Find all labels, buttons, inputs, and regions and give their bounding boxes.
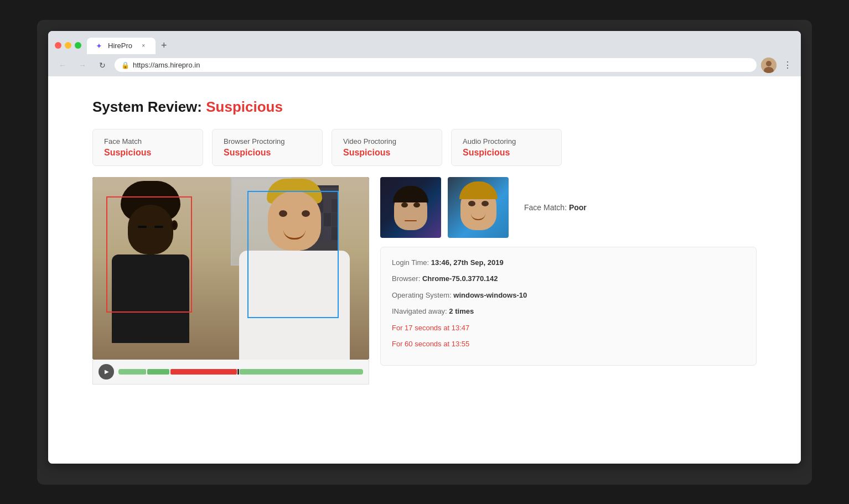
video-controls: ▶: [92, 360, 369, 385]
timeline-segment-green3: [240, 369, 363, 375]
audio-proctoring-card-label: Audio Proctoring: [463, 137, 550, 146]
os-row: Operating System: windows-windows-10: [392, 290, 745, 301]
status-cards-row: Face Match Suspicious Browser Proctoring…: [92, 129, 757, 166]
tab-title: HirePro: [108, 41, 132, 50]
minimize-window-dot[interactable]: [65, 42, 71, 49]
traffic-lights: [55, 42, 81, 49]
audio-proctoring-card-value: Suspicious: [463, 148, 550, 158]
login-time-value: 13:46, 27th Sep, 2019: [431, 258, 504, 267]
new-tab-button[interactable]: +: [156, 37, 173, 54]
alert-row-1: For 17 seconds at 13:47: [392, 323, 745, 334]
face-match-value: Poor: [569, 203, 587, 212]
browser-window: ✦ HirePro × + ← → ↻ 🔒 https://ams.hirepr…: [48, 31, 801, 464]
face-thumbnails: Face Match: Poor: [380, 177, 757, 238]
face-match-info: Face Match: Poor: [519, 203, 587, 212]
os-label: Operating System:: [392, 291, 453, 299]
tab-favicon-icon: ✦: [95, 41, 103, 50]
info-panel: Face Match: Poor Login Time: 13:46, 27th…: [380, 177, 757, 385]
monitor-frame: ✦ HirePro × + ← → ↻ 🔒 https://ams.hirepr…: [37, 20, 812, 485]
play-button[interactable]: ▶: [99, 364, 114, 380]
tab-bar: ✦ HirePro × +: [87, 37, 794, 54]
face-match-card-value: Suspicious: [104, 148, 191, 158]
video-timeline[interactable]: [118, 369, 363, 375]
page-content: System Review: Suspicious Face Match Sus…: [48, 76, 801, 464]
profile-button[interactable]: [761, 58, 776, 73]
login-time-label: Login Time:: [392, 258, 431, 267]
face-detection-box-red: [106, 196, 192, 313]
chrome-toolbar: ← → ↻ 🔒 https://ams.hirepro.in ⋮: [48, 54, 801, 76]
os-value: windows-windows-10: [453, 291, 527, 299]
browser-proctoring-card-value: Suspicious: [224, 148, 311, 158]
face-match-card-label: Face Match: [104, 137, 191, 146]
lock-icon: 🔒: [121, 61, 130, 69]
face-detection-box-blue: [247, 191, 339, 318]
chrome-titlebar: ✦ HirePro × +: [48, 31, 801, 54]
video-section: ▶: [92, 177, 369, 385]
browser-proctoring-card-label: Browser Proctoring: [224, 137, 311, 146]
face-thumbnail-1: [380, 177, 441, 238]
tab-close-button[interactable]: ×: [139, 41, 148, 50]
maximize-window-dot[interactable]: [75, 42, 81, 49]
reload-button[interactable]: ↻: [95, 58, 110, 73]
face-match-label: Face Match: Poor: [524, 203, 587, 212]
alert-row-2: For 60 seconds at 13:55: [392, 339, 745, 350]
page-title-status: Suspicious: [206, 98, 283, 115]
login-time-row: Login Time: 13:46, 27th Sep, 2019: [392, 257, 745, 268]
page-title-prefix: System Review:: [92, 98, 206, 115]
timeline-segment-red: [170, 369, 237, 375]
video-player: [92, 177, 369, 360]
audio-proctoring-card: Audio Proctoring Suspicious: [451, 129, 562, 166]
browser-row: Browser: Chrome-75.0.3770.142: [392, 273, 745, 284]
timeline-segment-green2: [147, 369, 169, 375]
browser-value: Chrome-75.0.3770.142: [422, 274, 498, 283]
navigated-value: 2 times: [449, 307, 474, 315]
face-thumbnail-2: [448, 177, 509, 238]
timeline-marker: [237, 369, 239, 375]
browser-proctoring-card: Browser Proctoring Suspicious: [212, 129, 323, 166]
url-text: https://ams.hirepro.in: [133, 61, 750, 69]
forward-button[interactable]: →: [75, 58, 90, 73]
page-title: System Review: Suspicious: [92, 98, 757, 116]
video-proctoring-card: Video Proctoring Suspicious: [332, 129, 442, 166]
timeline-segment-green1: [118, 369, 146, 375]
video-proctoring-card-label: Video Proctoring: [343, 137, 431, 146]
face-match-card: Face Match Suspicious: [92, 129, 203, 166]
navigated-row: INavigated away: 2 times: [392, 306, 745, 317]
svg-point-1: [766, 61, 772, 66]
close-window-dot[interactable]: [55, 42, 61, 49]
back-button[interactable]: ←: [55, 58, 70, 73]
address-bar[interactable]: 🔒 https://ams.hirepro.in: [115, 58, 757, 72]
session-info-box: Login Time: 13:46, 27th Sep, 2019 Browse…: [380, 247, 757, 366]
video-proctoring-card-value: Suspicious: [343, 148, 431, 158]
more-options-button[interactable]: ⋮: [781, 58, 794, 72]
main-content: ▶: [92, 177, 757, 385]
navigated-label: INavigated away:: [392, 307, 449, 315]
active-tab[interactable]: ✦ HirePro ×: [87, 38, 156, 54]
browser-label: Browser:: [392, 274, 422, 283]
